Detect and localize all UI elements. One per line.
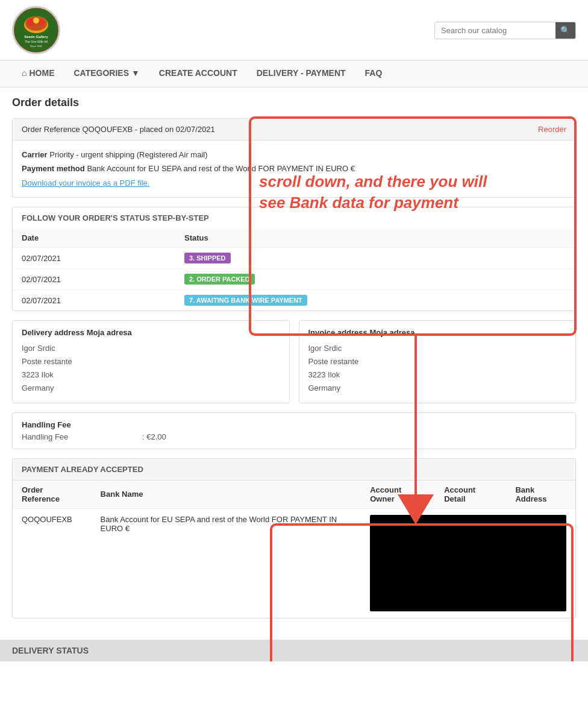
payment-order-ref: QOQOUFEXB	[13, 508, 92, 617]
invoice-address-card: Invoice address Moja adresa Igor Srdic P…	[299, 320, 577, 403]
search-input[interactable]	[435, 22, 555, 39]
table-row: 02/07/20217. AWAITING BANK WIRE PAYMENT	[13, 290, 575, 311]
status-col-header: Status	[175, 229, 575, 248]
nav-faq[interactable]: FAQ	[355, 61, 392, 87]
delivery-line2: 3223 Ilok	[22, 368, 280, 382]
payment-method-value: Bank Account for EU SEPA and rest of the…	[87, 164, 355, 173]
delivery-line1: Poste restante	[22, 355, 280, 368]
col-order-ref: Order Reference	[13, 481, 92, 509]
status-date: 02/07/2021	[13, 269, 175, 290]
redacted-bank-data	[370, 515, 566, 611]
status-badge: 2. ORDER PACKED	[184, 274, 255, 285]
carrier-label: Carrier	[22, 150, 48, 159]
status-table: Date Status 02/07/20213. SHIPPED02/07/20…	[13, 229, 575, 310]
delivery-country: Germany	[22, 382, 280, 395]
delivery-address-card: Delivery address Moja adresa Igor Srdic …	[12, 320, 290, 403]
logo: Seeds Gallery The One With All Since 199…	[12, 6, 60, 54]
dropdown-icon: ▼	[131, 68, 140, 78]
invoice-name: Igor Srdic	[308, 342, 567, 355]
payment-section: PAYMENT ALREADY ACCEPTED Order Reference…	[12, 458, 576, 619]
invoice-address-title: Invoice address Moja adresa	[308, 328, 567, 337]
col-bank-address: Bank Address	[506, 481, 575, 509]
order-reference-text: Order Reference QOQOUFEXB - placed on 02…	[22, 125, 215, 134]
status-section-title: FOLLOW YOUR ORDER'S STATUS STEP-BY-STEP	[13, 207, 575, 229]
delivery-status-label: DELIVERY STATUS	[12, 646, 89, 655]
payment-table: Order Reference Bank Name Account Owner …	[13, 481, 575, 618]
payment-black-box-cell	[361, 508, 575, 617]
status-date: 02/07/2021	[13, 290, 175, 311]
search-area[interactable]: 🔍	[434, 22, 576, 39]
col-account-detail: Account Detail	[435, 481, 506, 509]
handling-fee-card: Handling Fee Handling Fee : €2.00	[12, 412, 576, 449]
svg-point-5	[39, 20, 45, 26]
status-badge-cell: 2. ORDER PACKED	[175, 269, 575, 290]
handling-title: Handling Fee	[22, 420, 566, 429]
main-content: Order details Order Reference QOQOUFEXB …	[0, 87, 588, 637]
reorder-link[interactable]: Reorder	[538, 125, 566, 134]
payment-section-title: PAYMENT ALREADY ACCEPTED	[13, 459, 575, 481]
table-row: QOQOUFEXB Bank Account for EU SEPA and r…	[13, 508, 575, 617]
nav-home[interactable]: ⌂ HOME	[12, 61, 64, 87]
order-reference-header: Order Reference QOQOUFEXB - placed on 02…	[13, 119, 575, 140]
nav-categories[interactable]: CATEGORIES ▼	[64, 61, 149, 87]
carrier-info: Carrier Priority - urgent shipping (Regi…	[22, 148, 566, 190]
handling-label: Handling Fee	[22, 432, 142, 441]
status-badge-cell: 7. AWAITING BANK WIRE PAYMENT	[175, 290, 575, 311]
carrier-value: Priority - urgent shipping (Registered A…	[49, 150, 207, 159]
delivery-name: Igor Srdic	[22, 342, 280, 355]
svg-text:Since 1991: Since 1991	[30, 45, 43, 48]
invoice-address-text: Igor Srdic Poste restante 3223 Ilok Germ…	[308, 342, 567, 395]
handling-value: : €2.00	[142, 432, 166, 441]
order-reference-card: Order Reference QOQOUFEXB - placed on 02…	[12, 118, 576, 198]
col-account-owner: Account Owner	[361, 481, 435, 509]
invoice-country: Germany	[308, 382, 567, 395]
main-nav: ⌂ HOME CATEGORIES ▼ CREATE ACCOUNT DELIV…	[0, 61, 588, 87]
svg-text:The One With All: The One With All	[25, 40, 48, 43]
page-title: Order details	[12, 96, 576, 109]
logo-area: Seeds Gallery The One With All Since 199…	[12, 6, 60, 54]
delivery-status-bar: DELIVERY STATUS	[0, 640, 588, 661]
delivery-address-title: Delivery address Moja adresa	[22, 328, 280, 337]
nav-delivery-payment[interactable]: DELIVERY - PAYMENT	[247, 61, 355, 87]
date-col-header: Date	[13, 229, 175, 248]
invoice-line1: Poste restante	[308, 355, 567, 368]
status-badge: 3. SHIPPED	[184, 253, 231, 263]
status-date: 02/07/2021	[13, 248, 175, 269]
payment-bank-name: Bank Account for EU SEPA and rest of the…	[92, 508, 361, 617]
col-bank-name: Bank Name	[92, 481, 361, 509]
delivery-address-text: Igor Srdic Poste restante 3223 Ilok Germ…	[22, 342, 280, 395]
search-button[interactable]: 🔍	[555, 22, 575, 39]
home-icon: ⌂	[22, 68, 27, 78]
svg-text:Seeds Gallery: Seeds Gallery	[24, 35, 48, 39]
svg-point-4	[33, 17, 39, 24]
nav-create-account[interactable]: CREATE ACCOUNT	[149, 61, 247, 87]
status-badge-cell: 3. SHIPPED	[175, 248, 575, 269]
handling-row: Handling Fee : €2.00	[22, 432, 566, 441]
status-card: FOLLOW YOUR ORDER'S STATUS STEP-BY-STEP …	[12, 207, 576, 311]
payment-method-label: Payment method	[22, 164, 85, 173]
pdf-download-link[interactable]: Download your invoice as a PDF file.	[22, 178, 149, 188]
status-badge: 7. AWAITING BANK WIRE PAYMENT	[184, 295, 307, 306]
header: Seeds Gallery The One With All Since 199…	[0, 0, 588, 61]
order-info-body: Carrier Priority - urgent shipping (Regi…	[13, 140, 575, 197]
table-row: 02/07/20212. ORDER PACKED	[13, 269, 575, 290]
invoice-line2: 3223 Ilok	[308, 368, 567, 382]
address-row: Delivery address Moja adresa Igor Srdic …	[12, 320, 576, 403]
table-row: 02/07/20213. SHIPPED	[13, 248, 575, 269]
